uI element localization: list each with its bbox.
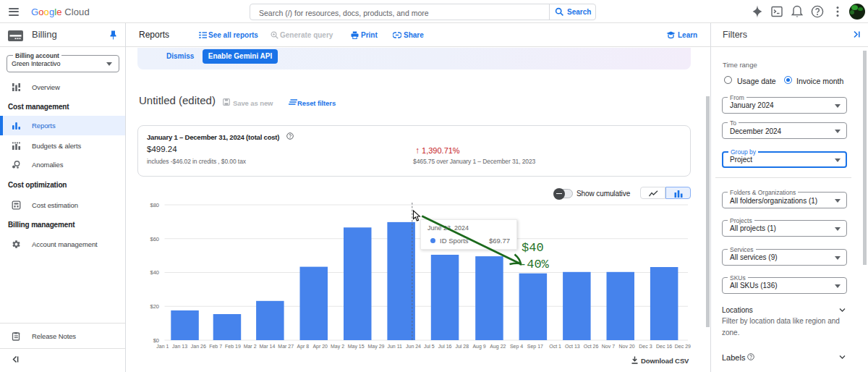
svg-text:Apr 8: Apr 8 bbox=[297, 344, 310, 350]
svg-text:Jul 28: Jul 28 bbox=[455, 344, 469, 349]
svg-text:Aug 9: Aug 9 bbox=[472, 344, 485, 350]
svg-text:Nov 20: Nov 20 bbox=[619, 344, 635, 349]
svg-text:Jun 11: Jun 11 bbox=[387, 344, 402, 349]
svg-text:Dec 29: Dec 29 bbox=[675, 344, 691, 349]
svg-text:Dec 3: Dec 3 bbox=[639, 344, 652, 349]
svg-text:May 15: May 15 bbox=[348, 344, 365, 350]
svg-text:Feb 19: Feb 19 bbox=[225, 344, 241, 349]
svg-text:Aug 22: Aug 22 bbox=[490, 344, 506, 350]
svg-text:Mar 14: Mar 14 bbox=[260, 344, 276, 349]
svg-text:Jul 16: Jul 16 bbox=[438, 344, 452, 349]
svg-text:Jul 5: Jul 5 bbox=[424, 344, 435, 349]
svg-text:$0: $0 bbox=[153, 337, 159, 344]
svg-text:$40: $40 bbox=[150, 269, 159, 276]
svg-text:Nov 7: Nov 7 bbox=[602, 344, 615, 349]
svg-text:Apr 20: Apr 20 bbox=[312, 344, 328, 350]
svg-text:May 2: May 2 bbox=[331, 344, 344, 350]
svg-text:Jan 26: Jan 26 bbox=[191, 344, 206, 349]
svg-text:Jun 24: Jun 24 bbox=[406, 344, 421, 349]
svg-text:Dec 16: Dec 16 bbox=[656, 344, 672, 349]
svg-text:Oct 26: Oct 26 bbox=[584, 344, 599, 349]
svg-text:$20: $20 bbox=[150, 303, 159, 310]
svg-text:Sep 4: Sep 4 bbox=[510, 344, 523, 350]
svg-text:$80: $80 bbox=[150, 202, 159, 208]
svg-text:Oct 1: Oct 1 bbox=[549, 344, 561, 349]
svg-text:Sep 17: Sep 17 bbox=[527, 344, 543, 350]
svg-text:Jan 13: Jan 13 bbox=[172, 344, 187, 349]
svg-text:Oct 13: Oct 13 bbox=[565, 344, 580, 349]
svg-text:Mar 2: Mar 2 bbox=[244, 344, 257, 349]
svg-text:May 29: May 29 bbox=[368, 344, 385, 350]
svg-text:Mar 27: Mar 27 bbox=[278, 344, 294, 349]
svg-text:Jan 1: Jan 1 bbox=[156, 344, 169, 349]
svg-text:$60: $60 bbox=[150, 236, 159, 242]
svg-text:Feb 7: Feb 7 bbox=[209, 344, 222, 349]
